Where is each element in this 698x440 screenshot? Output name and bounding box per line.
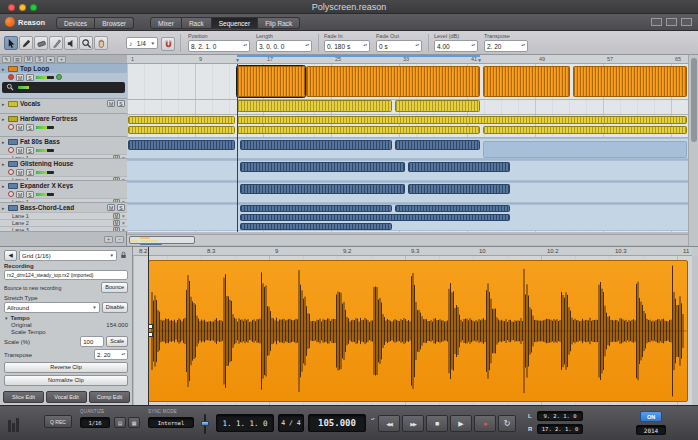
solo-button[interactable]: S: [26, 124, 34, 131]
re​verse-clip-button[interactable]: Reverse Clip: [4, 362, 128, 373]
quantize-value[interactable]: 1/16: [80, 417, 110, 428]
sequencer-button[interactable]: Sequencer: [212, 17, 258, 29]
disable-button[interactable]: Disable: [102, 302, 128, 313]
magnify-tool[interactable]: [79, 36, 93, 50]
editor-ruler[interactable]: 8.28.399.29.31010.210.311: [133, 247, 692, 256]
stepper-icon[interactable]: ▴▾: [243, 44, 247, 47]
lane-mute-button[interactable]: M: [113, 227, 120, 232]
automation-clip[interactable]: [483, 141, 687, 158]
scrollbar-handle[interactable]: [691, 58, 697, 142]
clip-handle[interactable]: [148, 324, 153, 329]
mute-button[interactable]: M: [107, 204, 115, 211]
level-input[interactable]: 4.00▴▾: [434, 40, 478, 52]
transpose-input[interactable]: 2. 20▴▾: [484, 40, 528, 52]
rewind-button[interactable]: ◀◀: [378, 415, 400, 432]
arrangement-clip[interactable]: [240, 184, 405, 194]
arrangement-clip[interactable]: [483, 66, 570, 97]
solo-button[interactable]: S: [26, 74, 34, 81]
browser-button[interactable]: Browser: [95, 17, 134, 29]
track-item[interactable]: ▸Bass-Chord-LeadMSLane 1M×Lane 2M×Lane 3…: [0, 203, 127, 232]
track-item[interactable]: ▸Expander X KeysMSLane 1M×: [0, 181, 127, 203]
transpose-inspector-input[interactable]: 2. 20▴▾: [94, 349, 128, 360]
solo-button[interactable]: S: [26, 191, 34, 198]
stepper-icon[interactable]: ▴▾: [363, 44, 367, 47]
editor-scrollbar[interactable]: [692, 256, 698, 406]
stepper-icon[interactable]: ▴▾: [305, 44, 309, 47]
record-arm-button[interactable]: [8, 147, 14, 153]
rack-button[interactable]: Rack: [182, 17, 212, 29]
track-header[interactable]: ▸Expander X Keys: [0, 181, 127, 190]
arrangement-ruler[interactable]: ▼ ▼ 1917253341495765: [127, 55, 688, 64]
arrangement-clip[interactable]: [395, 205, 510, 212]
record-button[interactable]: ●: [474, 415, 496, 432]
back-button[interactable]: ◀: [4, 250, 17, 261]
record-arm-button[interactable]: [8, 191, 14, 197]
stepper-icon[interactable]: ▴▾: [415, 44, 419, 47]
solo-button[interactable]: S: [117, 100, 125, 107]
arrangement-clip[interactable]: [573, 66, 687, 97]
track-header[interactable]: ▸Glistening House: [0, 159, 127, 168]
disclosure-icon[interactable]: ▸: [2, 205, 6, 211]
lane-close-icon[interactable]: ×: [122, 220, 125, 226]
play-button[interactable]: ▶: [450, 415, 472, 432]
mute-button[interactable]: M: [16, 147, 24, 154]
scale-button[interactable]: Scale: [106, 336, 128, 347]
grid-select[interactable]: Grid (1/16)▼: [19, 250, 117, 261]
arrangement-clip[interactable]: [128, 126, 235, 134]
record-enable-icon[interactable]: ●: [46, 56, 55, 63]
loop-button[interactable]: ↻: [498, 415, 516, 432]
song-navigator[interactable]: [127, 234, 688, 245]
song-position-display[interactable]: 1. 1. 1. 0: [216, 414, 274, 432]
track-header[interactable]: ▸VocalsMS: [0, 99, 127, 108]
snap-value-select[interactable]: ♪1/4▼: [126, 37, 158, 49]
position-input[interactable]: 8. 2. 1. 0▴▾: [188, 40, 250, 52]
solo-button[interactable]: S: [26, 147, 34, 154]
track-lane[interactable]: Lane 3M×: [0, 226, 127, 232]
record-arm-button[interactable]: [8, 74, 14, 80]
window-layout-icon[interactable]: [651, 18, 662, 26]
arrangement-clip[interactable]: [240, 214, 510, 221]
edit-mode-icon[interactable]: ✎: [2, 56, 11, 63]
track-item[interactable]: ▸Hardware FortressMS: [0, 114, 127, 137]
loop-locator-left[interactable]: ▼: [235, 57, 240, 63]
arrangement-clip[interactable]: [240, 205, 392, 212]
track-header[interactable]: ▸Top Loop: [0, 64, 127, 73]
arrangement-clip[interactable]: [483, 126, 687, 134]
flip-rack-button[interactable]: Flip Rack: [258, 17, 300, 29]
length-input[interactable]: 3. 0. 0. 0▴▾: [256, 40, 312, 52]
track-header[interactable]: ▸Fat 80s Bass: [0, 137, 127, 146]
window-layout-icon[interactable]: [681, 18, 692, 26]
arrangement-clip[interactable]: [128, 116, 235, 124]
track-lane[interactable]: Lane 2M×: [0, 219, 127, 226]
disclosure-icon[interactable]: ▸: [2, 66, 6, 72]
bounce-button[interactable]: Bounce: [101, 282, 128, 293]
tempo-stepper[interactable]: ▴▾: [371, 418, 375, 421]
disclosure-icon[interactable]: ▸: [2, 116, 6, 122]
audio-clip-editor[interactable]: [148, 260, 688, 402]
disclosure-icon[interactable]: ▸: [2, 101, 6, 107]
mute-button[interactable]: M: [16, 124, 24, 131]
song-block-toggle-icon[interactable]: ▤: [114, 417, 126, 428]
stepper-icon[interactable]: ▴▾: [521, 44, 525, 47]
mute-all-icon[interactable]: M: [24, 56, 33, 63]
block-view-icon[interactable]: ▦: [128, 417, 140, 428]
solo-button[interactable]: S: [117, 204, 125, 211]
fade-out-input[interactable]: 0 s▴▾: [376, 40, 422, 52]
stepper-icon[interactable]: ▴▾: [471, 44, 475, 47]
track-item[interactable]: ▸Glistening HouseMSLane 1M×: [0, 159, 127, 181]
slice-edit-button[interactable]: Slice Edit: [3, 391, 44, 403]
devices-button[interactable]: Devices: [56, 17, 95, 29]
track-item[interactable]: ▸VocalsMS: [0, 99, 127, 114]
zoom-in-icon[interactable]: +: [104, 236, 113, 243]
arrangement-clip[interactable]: [408, 162, 510, 172]
lane-close-icon[interactable]: ×: [122, 227, 125, 232]
arrangement-clip[interactable]: [237, 116, 687, 124]
add-lane-icon[interactable]: +: [57, 56, 66, 63]
disclosure-icon[interactable]: ▸: [2, 161, 6, 167]
window-layout-icon[interactable]: [666, 18, 677, 26]
mute-button[interactable]: M: [107, 100, 115, 107]
stepper-icon[interactable]: ▴▾: [121, 353, 125, 356]
arrangement-clip[interactable]: [240, 140, 392, 150]
loop-locator-right[interactable]: ▼: [477, 57, 482, 63]
arrangement-clip[interactable]: [395, 100, 480, 112]
